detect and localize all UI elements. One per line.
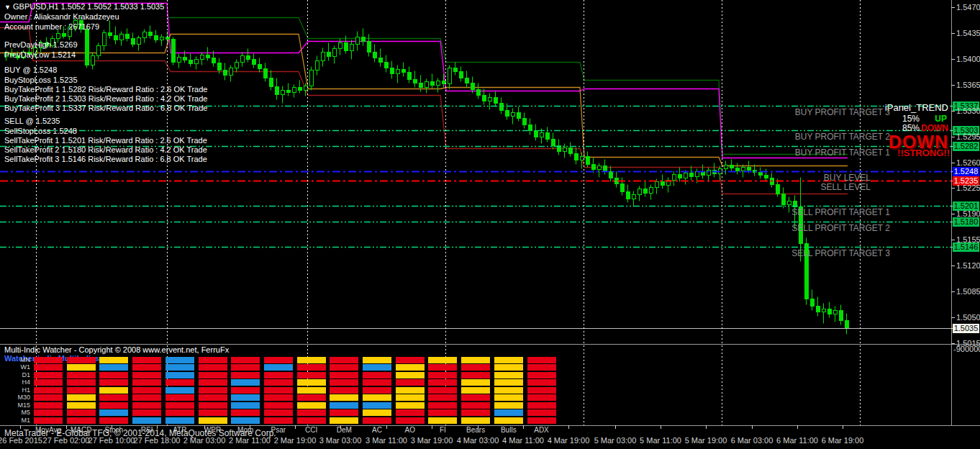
price-axis-label: 1.5085 [956,287,980,296]
indicator-cell-W1-RSI [132,364,161,371]
candle [500,104,504,111]
indicator-cell-W1-DeM [330,364,358,371]
indicator-cell-M1-RSI [132,417,161,424]
indicator-cell-MN-Mom [231,357,260,363]
candle [592,165,596,170]
indicator-cell-W1-AO [396,364,425,371]
indicator-cell-D1-ADX [527,372,556,378]
trade-info-line: BuyTakeProfit 1 1.5282 Risk/Reward Ratio… [4,85,207,94]
indicator-cell-M15-WPR [199,402,227,409]
price-axis-label: 1.5435 [956,29,980,37]
candle [316,61,319,71]
candle [339,43,342,49]
indicator-cell-D1-ATR [165,372,194,378]
indicator-cell-H4-Mom [231,379,260,386]
candle [834,311,838,314]
candle [644,189,648,194]
candle [627,192,630,199]
candle [178,58,181,63]
indicator-cell-MN-RSI [132,357,161,363]
candle [304,86,308,91]
indicator-cell-M5-ATR [165,409,194,416]
level-label: BUY LEVEL [824,173,871,183]
candle [155,36,158,40]
indicator-cell-D1-CCI [297,372,326,378]
indicator-cell-H4-MACD [67,379,96,386]
indicator-cell-M1-MACD [67,417,96,424]
indicator-cell-M1-Bulls [494,417,523,424]
candle [391,68,394,74]
candle [575,154,579,160]
indicator-cell-W1-Mom [231,364,260,371]
candle [690,173,694,177]
indicator-cell-H1-CCI [297,387,326,394]
indicator-cell-H1-ADX [527,387,556,394]
indicator-cell-M5-AC [363,409,391,416]
candle [91,56,95,65]
candle [811,299,815,307]
symbol-title-row: ▼ GBPUSD,H1 1.5052 1.5052 1.5033 1.5035 [4,2,164,12]
indicator-cell-H4-AC [363,379,391,386]
indicator-cell-D1-AO [396,372,425,378]
indicator-cell-M15-Psar [264,402,293,409]
indicator-cell-M5-ADX [527,409,556,416]
candle [661,182,665,186]
indicator-cell-M15-AC [363,402,391,409]
indicator-cell-M1-AC [363,417,391,424]
indicator-cell-H4-DeM [330,379,358,386]
indicator-cell-M15-DeM [330,402,358,409]
candle [742,168,745,171]
candle [408,73,412,80]
trade-info-line: BuyStopLoss 1.5235 [4,76,78,84]
candle [103,33,106,46]
chart-dropdown-icon[interactable]: ▼ [4,4,11,11]
candle [419,83,423,88]
indicator-cell-M1-ADX [527,417,556,424]
indicator-cell-M15-MovAvg [34,402,63,409]
candle [650,188,653,194]
candle [437,81,440,86]
level-label: BUY PROFIT TARGET 1 [795,148,890,158]
price-axis-label: 1.5050 [956,313,980,322]
indicator-cell-M5-Mom [231,409,260,416]
timeframe-label-D1: D1 [3,371,30,378]
candle [673,175,676,181]
candle [569,148,573,154]
indicator-cell-D1-Mom [231,372,260,378]
indicator-cell-H4-AO [396,379,425,386]
indicator-cell-D1-MACD [67,372,96,378]
indicator-cell-M1-AO [396,417,425,424]
candle [183,58,187,60]
indicator-cell-MN-DeM [330,357,358,363]
candle [126,35,130,39]
price-badge-blue: 1.5248 [953,167,979,176]
indicator-cell-H1-Psar [264,387,293,394]
time-axis-label: 5 Mar 11:00 [640,436,681,445]
time-axis-label: 2 Mar 19:00 [274,436,317,445]
candle [132,39,135,45]
indicator-cell-H1-ATR [165,387,194,394]
candle [448,68,452,84]
platform-watermark: MetaTrader - E-Global TFG, © 2001-2014, … [4,429,276,438]
price-badge-green: 1.5282 [953,142,979,151]
candle [258,65,262,69]
candle [264,69,268,78]
indicator-cell-MN-Bears [461,357,490,363]
indicator-cell-M1-DeM [330,417,358,424]
indicator-cell-M15-Bulls [494,402,523,409]
indicator-cell-M5-Psar [264,409,293,416]
indicator-cell-H1-DeM [330,387,358,394]
candle [385,63,389,68]
candle [477,90,481,96]
candle [137,38,141,45]
candle [356,37,360,45]
indicator-cell-M1-Stoch [99,417,128,424]
candle [540,133,544,137]
time-axis-label: 6 Mar 19:00 [822,436,864,445]
indicator-cell-M5-FI [428,409,457,416]
candle [563,148,567,152]
candle [696,172,699,177]
timeframe-label-H4: H4 [3,378,30,386]
indicator-cell-D1-FI [428,372,457,378]
trade-info-line: Owner : Aliaksandr Krakadzeyeu [4,12,119,21]
